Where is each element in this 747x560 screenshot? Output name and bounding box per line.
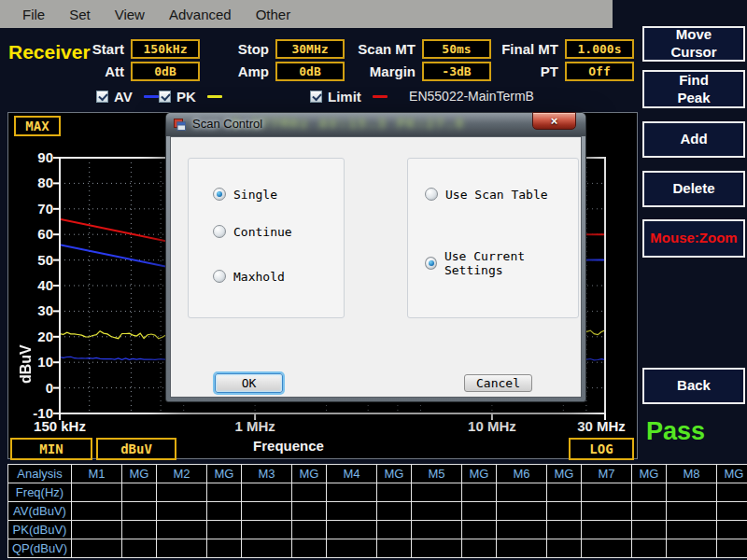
y-axis-tick-label: 30	[16, 302, 53, 318]
table-cell	[497, 539, 546, 557]
table-cell	[632, 521, 666, 539]
back-button[interactable]: Back	[642, 368, 745, 404]
table-cell	[122, 521, 156, 539]
table-header-cell: M7	[582, 465, 631, 483]
radio-icon[interactable]	[213, 270, 226, 283]
av-checkbox-label: AV	[114, 89, 133, 105]
scan-control-dialog: 0.377MHz AV:15.3 PK:27.8 Scan Control × …	[165, 112, 586, 402]
menu-other[interactable]: Other	[256, 7, 291, 22]
ok-button[interactable]: OK	[215, 373, 283, 393]
move-cursor-button[interactable]: Move Cursor	[642, 26, 745, 62]
radio-use-current-settings[interactable]: Use Current Settings	[425, 256, 578, 271]
table-cell	[632, 502, 666, 520]
menu-file[interactable]: File	[22, 7, 45, 22]
av-checkbox-icon[interactable]	[96, 91, 108, 103]
close-icon[interactable]: ×	[532, 112, 576, 130]
table-cell	[632, 483, 666, 501]
radio-continue-label: Continue	[233, 225, 292, 239]
dialog-titlebar[interactable]: 0.377MHz AV:15.3 PK:27.8 Scan Control ×	[166, 113, 585, 136]
att-field-group: Att 0dB	[79, 62, 200, 81]
table-header-cell: M4	[327, 465, 376, 483]
radio-icon[interactable]	[213, 188, 226, 201]
radio-continue[interactable]: Continue	[213, 224, 292, 239]
radio-icon[interactable]	[213, 225, 226, 238]
table-header-cell: MG	[462, 465, 496, 483]
x-axis-tick-label: 30 MHz	[564, 418, 639, 434]
amp-value-field[interactable]: 0dB	[275, 62, 345, 81]
stop-value-field[interactable]: 30MHz	[275, 39, 345, 59]
table-cell	[582, 483, 631, 501]
pk-trace-toggle[interactable]: PK	[159, 90, 222, 104]
table-cell	[462, 502, 496, 520]
table-header-cell: MG	[547, 465, 581, 483]
start-value-field[interactable]: 150kHz	[131, 39, 200, 59]
radio-use-scan-table[interactable]: Use Scan Table	[425, 187, 548, 202]
menu-bar: File Set View Advanced Other	[0, 0, 613, 28]
find-peak-button[interactable]: Find Peak	[642, 70, 745, 108]
y-axis-tick-label: 50	[16, 252, 53, 268]
mouse-zoom-button[interactable]: Mouse:Zoom	[642, 219, 745, 258]
margin-field-group: Margin -3dB	[350, 62, 491, 81]
table-cell	[547, 483, 581, 501]
table-cell	[412, 521, 461, 539]
min-button[interactable]: MIN	[10, 438, 92, 460]
limit-trace-color-swatch	[373, 95, 388, 98]
table-cell	[207, 502, 241, 520]
final-mt-value-field[interactable]: 1.000s	[565, 39, 634, 59]
radio-use-scan-table-label: Use Scan Table	[445, 188, 548, 202]
table-cell	[242, 502, 291, 520]
av-trace-toggle[interactable]: AV	[96, 90, 159, 104]
delete-button[interactable]: Delete	[642, 171, 745, 207]
table-header-cell: M2	[157, 465, 206, 483]
radio-icon[interactable]	[425, 257, 437, 270]
radio-single[interactable]: Single	[213, 187, 277, 202]
unit-button[interactable]: dBuV	[96, 438, 176, 460]
add-button[interactable]: Add	[642, 121, 745, 158]
table-cell	[72, 539, 121, 557]
menu-advanced[interactable]: Advanced	[169, 7, 232, 22]
pk-checkbox-icon[interactable]	[159, 91, 171, 103]
cancel-button[interactable]: Cancel	[464, 374, 532, 392]
table-cell	[632, 539, 666, 557]
max-button[interactable]: MAX	[14, 116, 61, 136]
table-cell	[667, 539, 716, 557]
final-mt-label: Final MT	[493, 41, 558, 57]
margin-value-field[interactable]: -3dB	[422, 62, 491, 81]
av-trace-color-swatch	[144, 95, 159, 98]
table-cell	[327, 502, 376, 520]
att-value-field[interactable]: 0dB	[131, 62, 200, 81]
table-cell	[717, 483, 747, 501]
scan-mt-value-field[interactable]: 50ms	[422, 39, 491, 59]
margin-label: Margin	[350, 63, 416, 79]
stop-field-group: Stop 30MHz	[224, 39, 345, 59]
radio-use-current-settings-label: Use Current Settings	[444, 249, 578, 277]
y-axis-tick-label: 80	[16, 175, 53, 190]
table-cell	[207, 539, 241, 557]
radio-icon[interactable]	[425, 188, 438, 201]
scan-source-groupbox: Use Scan Table Use Current Settings	[407, 158, 579, 318]
menu-view[interactable]: View	[115, 7, 145, 22]
pt-value-field[interactable]: Off	[565, 62, 634, 81]
menu-set[interactable]: Set	[69, 7, 91, 22]
table-row-label: Freq(Hz)	[8, 483, 71, 501]
x-axis-tick-label: 150 kHz	[22, 418, 97, 434]
table-cell	[717, 521, 747, 539]
log-scale-button[interactable]: LOG	[569, 438, 634, 460]
table-cell	[412, 539, 461, 557]
table-cell	[497, 483, 546, 501]
table-header-cell: M6	[497, 465, 546, 483]
limit-checkbox-icon[interactable]	[310, 91, 322, 103]
radio-maxhold[interactable]: Maxhold	[213, 269, 285, 284]
table-cell	[242, 483, 291, 501]
table-header-cell: M5	[412, 465, 461, 483]
page-title: Receiver	[8, 41, 91, 63]
table-cell	[72, 521, 121, 539]
table-cell	[412, 483, 461, 501]
table-cell	[377, 539, 411, 557]
limit-trace-toggle[interactable]: Limit	[310, 90, 388, 104]
table-header-cell: M3	[242, 465, 291, 483]
standard-name: EN55022-MainTermB	[402, 89, 542, 104]
dialog-body: Single Continue Maxhold Use Scan Table	[170, 136, 582, 398]
table-cell	[582, 521, 631, 539]
table-cell	[412, 502, 461, 520]
